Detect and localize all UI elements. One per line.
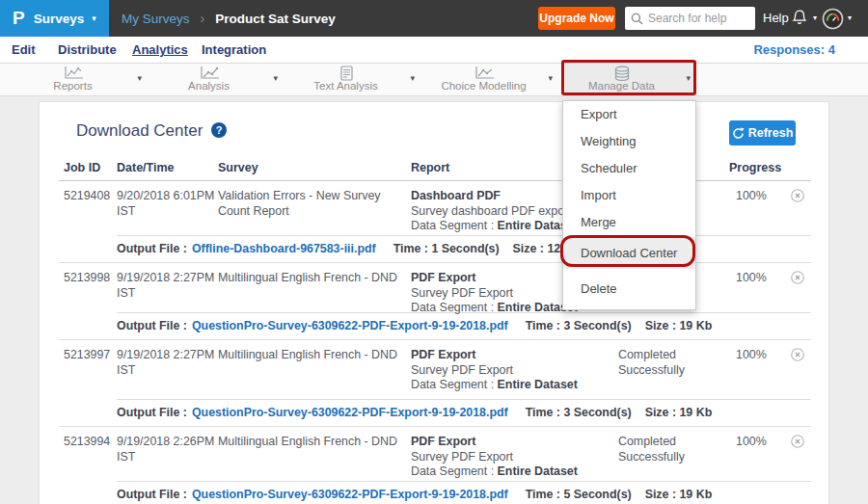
- job-status: Completed Successfully: [618, 435, 710, 464]
- output-time: Time : 1 Second(s): [393, 242, 500, 255]
- line-chart-icon: [16, 66, 129, 81]
- job-progress: 100%: [736, 271, 767, 286]
- search-input[interactable]: [648, 12, 749, 25]
- questionpro-logo: P: [13, 8, 25, 29]
- analytics-toolbar: Reports ▾ Analysis ▾: [0, 64, 868, 96]
- jobs-table: 5219408 9/20/2018 6:01PM IST Validation …: [59, 181, 811, 504]
- output-file-row: Output File :QuestionPro-Survey-6309622-…: [117, 399, 811, 426]
- upgrade-now-button[interactable]: Upgrade Now: [538, 7, 615, 30]
- menu-item-export[interactable]: Export: [563, 101, 695, 128]
- output-file-label: Output File :: [117, 242, 187, 255]
- cancel-job-icon[interactable]: [790, 188, 805, 208]
- toolbar-choice-modelling[interactable]: Choice Modelling ▾: [427, 64, 556, 95]
- breadcrumb-current-survey: Product Sat Survey: [215, 12, 336, 26]
- col-header-report: Report: [411, 161, 449, 174]
- job-id: 5213994: [64, 435, 110, 450]
- table-row: 5219408 9/20/2018 6:01PM IST Validation …: [59, 181, 811, 235]
- notifications-bell-icon[interactable]: [791, 9, 808, 31]
- job-survey-name: Validation Errors - New Survey Count Rep…: [218, 189, 406, 219]
- table-header: Job ID Date/Time Survey Report Progress: [59, 155, 811, 181]
- job-datetime: 9/19/2018 2:26PM IST: [117, 435, 214, 464]
- menu-item-weighting[interactable]: Weighting: [563, 128, 695, 155]
- toolbar-analysis[interactable]: Analysis ▾: [152, 64, 281, 95]
- job-progress: 100%: [736, 435, 767, 450]
- refresh-button-label: Refresh: [748, 126, 794, 140]
- output-file-link[interactable]: QuestionPro-Survey-6309622-PDF-Export-9-…: [192, 406, 508, 419]
- tab-analytics[interactable]: Analytics: [132, 42, 188, 57]
- breadcrumb-separator-icon: ›: [201, 11, 205, 26]
- table-row: 5213994 9/19/2018 2:26PM IST Multilingua…: [59, 426, 811, 481]
- menu-item-import[interactable]: Import: [563, 182, 695, 209]
- document-chart-icon: [289, 66, 402, 81]
- menu-item-download-center[interactable]: Download Center: [563, 237, 695, 269]
- chevron-down-icon[interactable]: ▾: [410, 73, 415, 83]
- tab-edit[interactable]: Edit: [12, 42, 36, 57]
- table-row: 5213997 9/19/2018 2:27PM IST Multilingua…: [59, 339, 811, 399]
- job-id: 5213998: [64, 271, 110, 286]
- refresh-button[interactable]: Refresh: [729, 120, 796, 146]
- job-report: PDF Export Survey PDF Export Data Segmen…: [411, 348, 618, 393]
- scatter-chart-icon: [152, 66, 265, 81]
- job-datetime: 9/20/2018 6:01PM IST: [117, 189, 214, 219]
- breadcrumb-my-surveys[interactable]: My Surveys: [122, 12, 190, 26]
- help-question-icon[interactable]: ?: [211, 122, 227, 138]
- chevron-down-icon[interactable]: ▾: [686, 73, 691, 83]
- output-file-row: Output File :Offline-Dashboard-967583-ii…: [117, 235, 811, 262]
- job-survey-name: Multilingual English French - DND: [218, 435, 406, 450]
- chevron-down-icon[interactable]: ▾: [548, 73, 553, 83]
- tab-distribute[interactable]: Distribute: [58, 42, 117, 57]
- output-time: Time : 5 Second(s): [526, 488, 632, 501]
- output-file-link[interactable]: QuestionPro-Survey-6309622-PDF-Export-9-…: [192, 319, 508, 332]
- output-size: Size : 19 Kb: [645, 406, 713, 419]
- toolbar-reports-label: Reports: [16, 80, 129, 92]
- job-id: 5219408: [64, 189, 110, 204]
- chevron-down-icon[interactable]: ▾: [273, 73, 278, 83]
- chevron-down-icon[interactable]: ▾: [137, 73, 142, 83]
- output-size: Size : 19 Kb: [645, 319, 713, 332]
- toolbar-manage-data[interactable]: Manage Data ▾: [565, 64, 693, 95]
- cancel-job-icon[interactable]: [790, 270, 805, 290]
- job-progress: 100%: [736, 348, 767, 363]
- job-survey-name: Multilingual English French - DND: [218, 348, 406, 363]
- chevron-down-icon: ▾: [92, 13, 96, 23]
- tab-integration[interactable]: Integration: [202, 42, 266, 57]
- output-file-link[interactable]: QuestionPro-Survey-6309622-PDF-Export-9-…: [192, 488, 508, 501]
- chevron-down-icon[interactable]: ▾: [813, 13, 817, 22]
- cancel-job-icon[interactable]: [790, 434, 805, 454]
- col-header-survey: Survey: [218, 161, 258, 174]
- breadcrumb: My Surveys › Product Sat Survey: [122, 0, 336, 37]
- table-row: 5213998 9/19/2018 2:27PM IST Multilingua…: [59, 262, 811, 312]
- chevron-down-icon[interactable]: ▾: [848, 13, 852, 22]
- job-datetime: 9/19/2018 2:27PM IST: [117, 348, 214, 378]
- job-progress: 100%: [736, 189, 767, 204]
- menu-item-merge[interactable]: Merge: [563, 209, 695, 236]
- output-file-link[interactable]: Offline-Dashboard-967583-iii.pdf: [192, 242, 376, 255]
- output-file-row: Output File :QuestionPro-Survey-6309622-…: [117, 312, 811, 339]
- output-file-label: Output File :: [117, 488, 187, 501]
- job-id: 5213997: [64, 348, 110, 363]
- col-header-date-time: Date/Time: [117, 161, 175, 174]
- menu-item-delete[interactable]: Delete: [563, 269, 695, 309]
- refresh-icon: [732, 127, 745, 140]
- toolbar-choice-modelling-label: Choice Modelling: [427, 80, 540, 92]
- help-search-box: [625, 7, 755, 30]
- help-link[interactable]: Help: [763, 11, 789, 25]
- cancel-job-icon[interactable]: [790, 347, 805, 367]
- toolbar-manage-data-label: Manage Data: [565, 80, 678, 92]
- manage-data-dropdown: Export Weighting Scheduler Import Merge …: [562, 100, 696, 310]
- avatar[interactable]: [822, 8, 844, 34]
- surveys-menu[interactable]: P Surveys ▾: [0, 0, 109, 37]
- surveys-menu-label: Surveys: [34, 12, 85, 26]
- output-file-row: Output File :QuestionPro-Survey-6309622-…: [117, 481, 811, 504]
- toolbar-reports[interactable]: Reports ▾: [16, 64, 145, 95]
- output-time: Time : 3 Second(s): [526, 406, 632, 419]
- top-bar: P Surveys ▾ My Surveys › Product Sat Sur…: [0, 0, 868, 37]
- output-file-label: Output File :: [117, 406, 187, 419]
- output-file-label: Output File :: [117, 319, 187, 332]
- menu-item-scheduler[interactable]: Scheduler: [563, 155, 695, 182]
- responses-count[interactable]: Responses: 4: [753, 42, 835, 57]
- output-size: Size : 19 Kb: [645, 488, 713, 501]
- job-report: PDF Export Survey PDF Export Data Segmen…: [411, 435, 618, 480]
- toolbar-text-analysis-label: Text Analysis: [289, 80, 402, 92]
- toolbar-text-analysis[interactable]: Text Analysis ▾: [289, 64, 418, 95]
